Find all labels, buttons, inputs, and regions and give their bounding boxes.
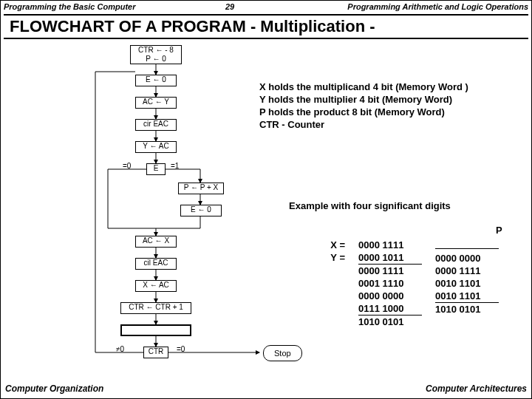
p-label: P	[496, 225, 502, 236]
box-y-ac: Y ← AC	[135, 141, 177, 153]
header-left: Programming the Basic Computer	[4, 2, 135, 11]
init-ctr: CTR ← - 8	[131, 46, 181, 55]
label-e-left: =0	[123, 162, 131, 170]
box-ctr-inc: CTR ← CTR + 1	[120, 302, 191, 314]
box-e-zero: E ← 0	[135, 75, 177, 86]
footer-right: Computer Architectures	[426, 383, 527, 394]
box-cir-eac: cir EAC	[135, 119, 177, 131]
desc-line-4: CTR - Counter	[259, 118, 468, 131]
label-e-right: =1	[171, 162, 179, 170]
example-col1: 0000 11110000 10110000 11110001 11100000…	[358, 239, 422, 328]
footer-left: Computer Organization	[5, 383, 103, 394]
desc-line-2: Y holds the multiplier 4 bit (Memory Wor…	[259, 93, 468, 106]
page: Programming the Basic Computer 29 Progra…	[0, 0, 532, 399]
header-right: Programming Arithmetic and Logic Operati…	[347, 2, 528, 11]
page-number: 29	[225, 2, 234, 11]
title: FLOWCHART OF A PROGRAM - Multiplication …	[4, 14, 528, 39]
footer: Computer Organization Computer Architect…	[5, 383, 527, 394]
box-ac-x: AC ← X	[135, 236, 177, 248]
label-ctr-left: ≠0	[116, 345, 124, 353]
desc-line-1: X holds the multiplicand 4 bit (Memory W…	[259, 81, 468, 93]
example-labels: X = Y =	[318, 239, 345, 328]
example-title: Example with four significant digits	[289, 200, 451, 211]
box-empty	[120, 324, 191, 336]
header: Programming the Basic Computer 29 Progra…	[4, 2, 528, 11]
example-columns: X = Y = 0000 11110000 10110000 11110001 …	[318, 239, 499, 328]
init-p: P ← 0	[131, 55, 181, 64]
example-col2: 0000 00000000 11110010 11010010 11011010…	[435, 239, 499, 328]
box-ctr: CTR	[143, 347, 168, 358]
box-ac-y: AC ← Y	[135, 97, 177, 109]
box-init: CTR ← - 8 P ← 0	[130, 45, 182, 64]
flowchart: CTR ← - 8 P ← 0 E ← 0 AC ← Y cir EAC Y ←…	[89, 45, 259, 378]
box-p-plus-x: P ← P + X	[178, 183, 224, 194]
box-cil-eac: cil EAC	[135, 258, 177, 270]
description: X holds the multiplicand 4 bit (Memory W…	[259, 81, 468, 131]
desc-line-3: P holds the product 8 bit (Memory Word)	[259, 106, 468, 118]
box-x-ac: X ← AC	[135, 280, 177, 292]
box-e-zero-2: E ← 0	[180, 205, 222, 216]
label-ctr-right: =0	[177, 345, 185, 353]
stop-terminal: Stop	[263, 345, 302, 361]
box-e: E	[146, 163, 166, 175]
